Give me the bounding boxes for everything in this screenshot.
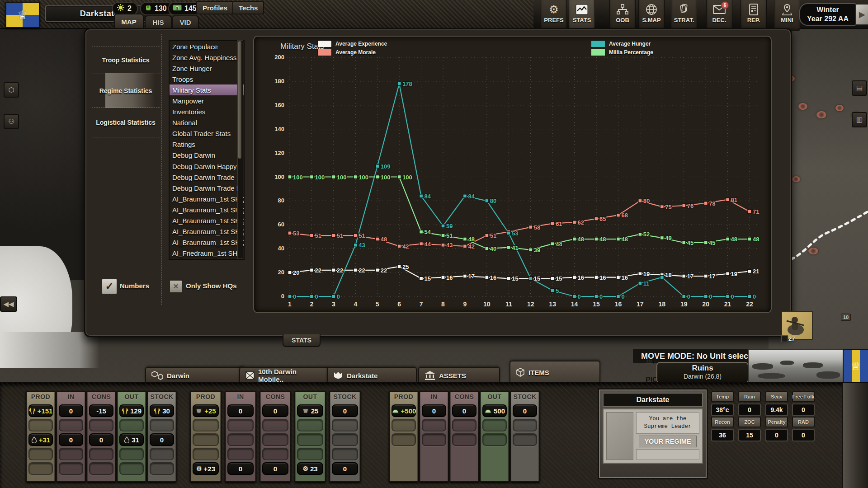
- stats-list-item[interactable]: Zone Hunger: [170, 63, 244, 74]
- empty-slot: [262, 448, 288, 460]
- stats-list-item[interactable]: Manpower: [170, 95, 244, 106]
- stats-list-item[interactable]: Inventories: [170, 107, 244, 117]
- svg-text:15: 15: [556, 275, 562, 282]
- tab-map[interactable]: MAP: [114, 14, 144, 29]
- right-toolbar-button-1[interactable]: ▤: [852, 80, 867, 96]
- scrollbar-thumb[interactable]: [238, 41, 241, 159]
- left-toolbar-button-1[interactable]: ⬡: [4, 82, 19, 98]
- crater: [792, 176, 800, 182]
- nav-button-smap[interactable]: S.MAP: [638, 0, 665, 31]
- profiles-button[interactable]: Profiles: [196, 1, 234, 14]
- year-label: Year 292 AA: [807, 14, 849, 23]
- legend-swatch: [317, 49, 332, 56]
- tab-his[interactable]: HIS: [145, 15, 172, 28]
- svg-text:100: 100: [381, 174, 391, 181]
- resource-cell: +25: [193, 404, 219, 417]
- stats-list-item[interactable]: AI_Friedraum_1st SHQ: [170, 248, 244, 259]
- resource-cell-value: +23: [204, 465, 215, 473]
- right-toolbar-button-2[interactable]: ▥: [852, 112, 867, 127]
- svg-text:80: 80: [278, 197, 284, 204]
- your-regime-button[interactable]: YOUR REGIME: [639, 436, 697, 447]
- empty-slot: [89, 448, 113, 460]
- resource-column-out: OUT25⚙23: [294, 391, 326, 482]
- resource-value: 130: [155, 5, 167, 13]
- category-regime-statistics[interactable]: Regime Statistics: [92, 87, 160, 94]
- resource-value: 145: [184, 5, 197, 13]
- bottom-tab-darkstate[interactable]: Darkstate: [327, 367, 417, 383]
- stats-list-item[interactable]: National: [170, 117, 244, 128]
- stats-list-item[interactable]: AI_Braunraum_1st SHQ: [170, 237, 244, 248]
- category-troop-statistics[interactable]: Troop Statistics: [92, 56, 160, 64]
- bucket-icon: [302, 408, 309, 414]
- nav-button-rep[interactable]: REP.: [741, 0, 767, 31]
- stat-value: 9.4k: [765, 404, 788, 416]
- svg-text:109: 109: [381, 163, 391, 170]
- stats-list-item[interactable]: Debug Darwin: [170, 150, 244, 161]
- bottom-tab-darwin[interactable]: Darwin: [145, 367, 245, 383]
- svg-text:120: 120: [274, 150, 284, 156]
- resource-cell: +31: [28, 433, 53, 446]
- resource-cell-value: 0: [343, 465, 347, 473]
- stats-list-scrollbar[interactable]: [237, 40, 243, 259]
- techs-button[interactable]: Techs: [232, 1, 264, 14]
- category-logistical-statistics[interactable]: Logistical Statistics: [92, 119, 160, 126]
- resource-cell: 25: [297, 404, 323, 417]
- svg-text:100: 100: [293, 174, 303, 181]
- stats-list-item[interactable]: AI_Braunraum_1st SHQ: [170, 216, 244, 226]
- stats-list-item[interactable]: Debug Darwin Trade Pr: [170, 183, 244, 193]
- nav-button-oob[interactable]: OOB: [609, 0, 636, 31]
- stats-list-item[interactable]: Debug Darwin Happy: [170, 161, 244, 172]
- top-bar: ♕ Darkstate 2130$145 Profiles Techs MAP …: [0, 0, 868, 29]
- stats-list-item[interactable]: Ratings: [170, 139, 244, 150]
- bottom-tab-label: Darwin: [167, 372, 189, 380]
- chart-legend-left: Average ExperienceAverage Morale: [317, 40, 387, 56]
- end-turn-button[interactable]: ▶: [855, 4, 868, 25]
- empty-slot: [262, 419, 288, 432]
- stat-label: Penalty: [765, 417, 788, 427]
- stats-bottom-tab[interactable]: STATS: [283, 334, 321, 347]
- resource-cell-value: 0: [274, 465, 277, 473]
- bottom-tab-assets[interactable]: ASSETS: [418, 367, 500, 383]
- empty-slot: [332, 433, 358, 446]
- resource-cell-value: 0: [160, 436, 164, 444]
- svg-text:16: 16: [578, 274, 584, 281]
- scroll-left-button[interactable]: ◀◀: [0, 296, 17, 312]
- stats-list-item[interactable]: AI_Braunraum_1st SHQ: [170, 193, 244, 204]
- stats-list-item[interactable]: Zone Populace: [170, 41, 244, 52]
- regime-flag[interactable]: ♕: [5, 2, 40, 28]
- only-show-hqs-checkbox[interactable]: ✕: [169, 279, 183, 294]
- bottom-tab-items[interactable]: ITEMS: [509, 361, 600, 383]
- left-toolbar-button-2[interactable]: ⚇: [4, 114, 19, 129]
- map-pin-icon: [780, 4, 794, 15]
- tab-vid[interactable]: VID: [172, 15, 199, 28]
- numbers-checkbox[interactable]: ✓: [101, 278, 118, 295]
- nav-button-strat[interactable]: STRAT.: [671, 0, 697, 31]
- stats-list-item[interactable]: Global Trader Stats: [170, 128, 244, 139]
- hex-icon: ⬡: [8, 86, 14, 94]
- nav-button-mini[interactable]: MINI: [774, 0, 800, 31]
- nav-button-label: STRAT.: [674, 17, 694, 23]
- stats-list-item[interactable]: AI_Braunraum_1st SHQ: [170, 204, 244, 215]
- nav-button-prefs[interactable]: ⚙PREFS: [541, 0, 567, 31]
- resource-cell-value: 30: [162, 407, 170, 415]
- hexes-icon: [151, 371, 163, 380]
- empty-slot: [452, 433, 476, 446]
- crater: [835, 105, 844, 111]
- empty-slot: [482, 433, 507, 446]
- resource-column-in: IN00: [56, 391, 86, 482]
- bottom-tab-10th-darwin-mobile-[interactable]: 10th Darwin Mobile..: [239, 367, 329, 383]
- stats-list-item[interactable]: AI_Braunraum_1st SHQ: [170, 226, 244, 237]
- resource-column-cons: CONS0: [449, 391, 479, 482]
- stats-list-item[interactable]: Military Stats: [170, 84, 244, 95]
- empty-slot: [89, 419, 113, 432]
- resource-column-out: OUT12931: [117, 391, 146, 482]
- nav-button-dec[interactable]: 6DEC.: [706, 0, 732, 31]
- empty-slot: [119, 448, 144, 460]
- resource-cell-value: 0: [69, 436, 73, 444]
- bank-icon: [425, 371, 435, 380]
- svg-text:15: 15: [593, 300, 600, 308]
- stats-list-item[interactable]: Debug Darwin Trade: [170, 172, 244, 183]
- rubble: [752, 363, 773, 370]
- stats-list-item[interactable]: Troops: [170, 74, 244, 84]
- stats-list-item[interactable]: Zone Avg. Happiness: [170, 52, 244, 63]
